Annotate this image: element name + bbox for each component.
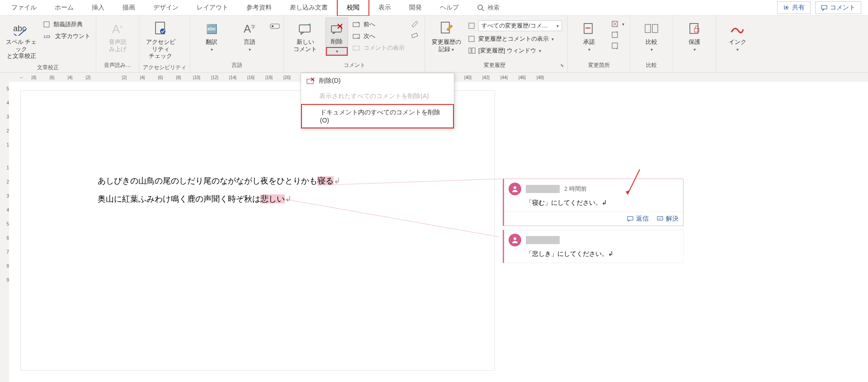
ink-comment-button[interactable]	[409, 19, 421, 28]
ime-icon[interactable]	[270, 18, 280, 29]
group-protect-label	[677, 61, 712, 71]
tab-help[interactable]: ヘルプ	[431, 0, 468, 15]
tab-developer[interactable]: 開発	[400, 0, 431, 15]
delete-comment-button[interactable]: 削除	[326, 18, 348, 47]
previous-change-button[interactable]	[609, 30, 626, 39]
previous-comment-button[interactable]: 前へ	[351, 19, 406, 29]
read-aloud-label: 音声読 み上げ	[109, 38, 127, 52]
tab-layout[interactable]: レイアウト	[188, 0, 237, 15]
read-aloud-icon: A»	[112, 20, 123, 38]
share-button[interactable]: 共有	[777, 1, 811, 14]
display-for-review-dropdown[interactable]: すべての変更履歴/コメ…▾	[467, 19, 564, 32]
read-aloud-button[interactable]: A» 音声読 み上げ	[100, 18, 135, 55]
group-ink: インク▾	[716, 16, 759, 72]
resolve-label: 解決	[666, 215, 679, 223]
translate-label: 翻訳	[206, 38, 217, 45]
compare-label: 比較	[646, 38, 657, 45]
chevron-down-icon: ▾	[452, 47, 454, 52]
tab-design[interactable]: デザイン	[144, 0, 188, 15]
next-comment-button[interactable]: 次へ	[351, 31, 406, 41]
svg-rect-20	[469, 23, 474, 28]
share-icon	[783, 5, 789, 11]
delete-comment-dropdown[interactable]: ▾	[326, 47, 348, 56]
search-icon	[477, 4, 484, 11]
show-comments-label: コメントの表示	[363, 44, 405, 52]
reviewing-pane-button[interactable]: [変更履歴] ウィンドウ ▾	[467, 46, 564, 56]
svg-text:123: 123	[43, 34, 50, 39]
tab-home[interactable]: ホーム	[46, 0, 83, 15]
tab-draw[interactable]: 描画	[113, 0, 144, 15]
svg-point-41	[514, 237, 516, 240]
language-button[interactable]: A字 言語▾	[232, 18, 267, 55]
group-tracking: 変更履歴の 記録 ▾ すべての変更履歴/コメ…▾ 変更履歴とコメントの表示 ▾ …	[425, 16, 568, 72]
svg-text:＊: ＊	[307, 23, 312, 29]
ribbon: abc スペル チェック と文章校正 類義語辞典 123 文字カウント 文章校正…	[0, 16, 868, 73]
group-comments: ＊ 新しい コメント 削除 ▾ 前へ	[284, 16, 425, 72]
svg-rect-21	[469, 36, 474, 42]
reject-button[interactable]: ▾	[609, 19, 626, 28]
tab-insert[interactable]: 挿入	[83, 0, 113, 15]
prev-comment-label: 前へ	[363, 20, 375, 28]
spellcheck-button[interactable]: abc スペル チェック と文章校正	[4, 18, 39, 62]
search-box[interactable]: 検索	[468, 4, 509, 12]
language-label: 言語	[244, 38, 255, 45]
resolve-button[interactable]: 解決	[657, 215, 679, 223]
ribbon-tabs: ファイル ホーム 挿入 描画 デザイン レイアウト 参考資料 差し込み文書 校閲…	[0, 0, 868, 16]
menu-delete[interactable]: 削除(D)	[301, 73, 454, 89]
comment-card-2[interactable]: 「悲しき」にしてください。↲	[503, 230, 684, 263]
comment-label: コメント	[830, 4, 855, 12]
wordcount-button[interactable]: 123 文字カウント	[42, 31, 92, 41]
track-changes-icon	[439, 20, 453, 38]
svg-rect-9	[272, 25, 274, 27]
show-comments-button[interactable]: コメントの表示	[351, 43, 406, 53]
doc-line-2[interactable]: 奥山に紅葉ふみわけ鳴く鹿の声聞く時ぞ秋は悲しい↲	[98, 190, 418, 208]
protect-icon	[688, 20, 701, 38]
chevron-down-icon: ▾	[736, 47, 739, 52]
ink-button[interactable]: インク▾	[720, 18, 755, 55]
tab-view[interactable]: 表示	[369, 0, 400, 15]
group-protect: 保護▾	[673, 16, 716, 72]
ink-icon	[731, 20, 744, 38]
show-markup-button[interactable]: 変更履歴とコメントの表示 ▾	[467, 34, 564, 44]
svg-point-38	[514, 186, 516, 189]
tab-mailings[interactable]: 差し込み文書	[281, 0, 337, 15]
comment-card-1[interactable]: 2 時間前 「寝む」にしてください。↲ 返信 解決	[503, 179, 684, 226]
chevron-down-icon: ▾	[588, 47, 590, 52]
eraser-button[interactable]	[409, 30, 421, 39]
protect-button[interactable]: 保護▾	[677, 18, 712, 55]
dialog-launcher-icon[interactable]: ⬊	[560, 63, 564, 68]
tab-references[interactable]: 参考資料	[237, 0, 281, 15]
svg-line-1	[482, 9, 484, 11]
group-speech-label: 音声読み…	[100, 60, 135, 71]
reply-button[interactable]: 返信	[627, 215, 649, 223]
delete-icon	[307, 77, 315, 85]
reviewing-pane-label: [変更履歴] ウィンドウ	[478, 47, 536, 55]
spellcheck-label: スペル チェック と文章校正	[5, 38, 38, 60]
accept-button[interactable]: 承諾▾	[571, 18, 607, 55]
tab-file[interactable]: ファイル	[2, 0, 46, 15]
reviewing-pane-icon	[468, 47, 476, 54]
doc-line-1[interactable]: あしびきの山鳥の尾のしだり尾のながながし夜をひとりかも寝る↲	[98, 172, 418, 190]
line1-text: あしびきの山鳥の尾のしだり尾のながながし夜をひとりかも	[98, 176, 317, 185]
thesaurus-button[interactable]: 類義語辞典	[42, 19, 92, 29]
search-label: 検索	[488, 4, 500, 12]
accept-icon	[583, 20, 595, 38]
group-speech: A» 音声読 み上げ 音声読み…	[96, 16, 139, 72]
comment-text: 「寝む」にしてください。↲	[504, 199, 683, 212]
track-changes-button[interactable]: 変更履歴の 記録 ▾	[429, 18, 464, 55]
display-for-review-label: すべての変更履歴/コメ…	[481, 22, 548, 30]
new-comment-button[interactable]: ＊ 新しい コメント	[288, 18, 323, 55]
svg-rect-39	[627, 217, 633, 220]
tab-review[interactable]: 校閲	[337, 0, 369, 16]
show-comments-icon	[353, 45, 361, 51]
menu-delete-all[interactable]: ドキュメント内のすべてのコメントを削除(O)	[301, 104, 454, 128]
thesaurus-icon	[43, 21, 51, 28]
comment-button[interactable]: コメント	[815, 1, 861, 14]
next-change-button[interactable]	[609, 41, 626, 50]
translate-button[interactable]: 🔤 翻訳▾	[194, 18, 229, 55]
compare-button[interactable]: 比較▾	[634, 18, 669, 55]
accessibility-check-button[interactable]: アクセシビリティ チェック	[143, 18, 178, 62]
menu-delete-all-label: ドキュメント内のすべてのコメントを削除(O)	[320, 108, 448, 124]
chevron-down-icon: ▾	[539, 48, 541, 53]
document-page[interactable]: あしびきの山鳥の尾のしだり尾のながながし夜をひとりかも寝る↲ 奥山に紅葉ふみわけ…	[20, 90, 495, 371]
